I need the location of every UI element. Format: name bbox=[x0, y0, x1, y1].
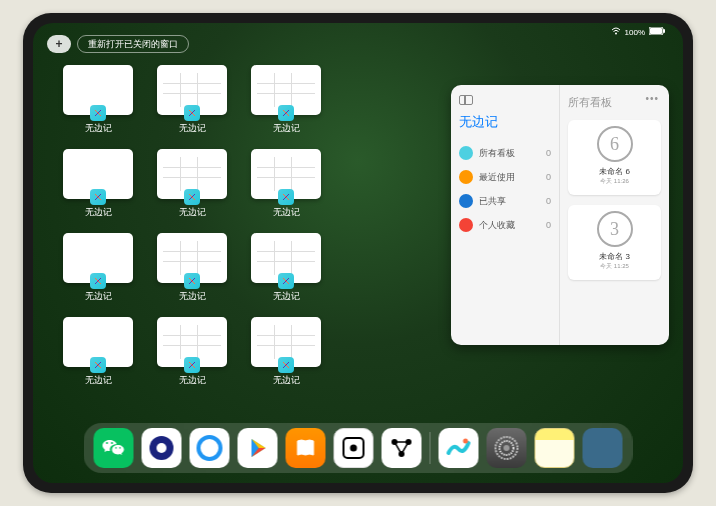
thumbnail-label: 无边记 bbox=[273, 206, 300, 219]
board-card[interactable]: 3未命名 3今天 11:25 bbox=[568, 205, 661, 280]
thumbnail-label: 无边记 bbox=[85, 122, 112, 135]
dock-app-quark[interactable] bbox=[190, 428, 230, 468]
category-icon bbox=[459, 170, 473, 184]
thumbnail-label: 无边记 bbox=[179, 206, 206, 219]
category-icon bbox=[459, 146, 473, 160]
window-thumbnail[interactable]: 无边记 bbox=[251, 233, 321, 303]
battery-text: 100% bbox=[625, 28, 645, 37]
freeform-app-icon bbox=[278, 189, 294, 205]
boards-pane: ••• 所有看板 6未命名 6今天 11:263未命名 3今天 11:25 bbox=[560, 85, 669, 345]
freeform-app-icon bbox=[90, 189, 106, 205]
category-icon bbox=[459, 218, 473, 232]
new-window-button[interactable]: + bbox=[47, 35, 71, 53]
window-thumbnail[interactable]: 无边记 bbox=[63, 317, 133, 387]
dock-app-library[interactable] bbox=[583, 428, 623, 468]
window-thumbnail[interactable]: 无边记 bbox=[63, 65, 133, 135]
svg-rect-2 bbox=[650, 28, 662, 34]
dock-separator bbox=[430, 432, 431, 464]
dock-app-play[interactable] bbox=[238, 428, 278, 468]
dock-app-books[interactable] bbox=[286, 428, 326, 468]
sidebar-item[interactable]: 已共享0 bbox=[459, 189, 551, 213]
sidebar-item-count: 0 bbox=[546, 220, 551, 230]
thumbnail-label: 无边记 bbox=[85, 290, 112, 303]
window-thumbnail[interactable]: 无边记 bbox=[157, 317, 227, 387]
wifi-icon bbox=[611, 27, 621, 37]
dock-app-quark-hd[interactable] bbox=[142, 428, 182, 468]
screen: 100% + 重新打开已关闭的窗口 无边记无边记无边记无边记无边记无边记无边记无… bbox=[33, 23, 683, 483]
dock-app-connections[interactable] bbox=[382, 428, 422, 468]
thumbnail-label: 无边记 bbox=[273, 290, 300, 303]
sidebar-item[interactable]: 个人收藏0 bbox=[459, 213, 551, 237]
window-thumbnail[interactable]: 无边记 bbox=[251, 65, 321, 135]
dock-app-wechat[interactable] bbox=[94, 428, 134, 468]
top-controls: + 重新打开已关闭的窗口 bbox=[47, 35, 189, 53]
category-icon bbox=[459, 194, 473, 208]
board-subtitle: 今天 11:25 bbox=[600, 262, 629, 271]
sidebar: 无边记 所有看板0最近使用0已共享0个人收藏0 bbox=[451, 85, 560, 345]
sidebar-item-label: 所有看板 bbox=[479, 147, 515, 160]
freeform-app-icon bbox=[184, 105, 200, 121]
freeform-app-icon bbox=[90, 357, 106, 373]
freeform-app-icon bbox=[184, 357, 200, 373]
thumbnail-label: 无边记 bbox=[179, 374, 206, 387]
dock-app-notes[interactable] bbox=[535, 428, 575, 468]
thumbnail-label: 无边记 bbox=[273, 374, 300, 387]
status-bar: 100% bbox=[611, 27, 665, 37]
thumbnail-label: 无边记 bbox=[179, 122, 206, 135]
sidebar-item-label: 最近使用 bbox=[479, 171, 515, 184]
freeform-app-icon bbox=[184, 189, 200, 205]
dock-app-dice[interactable] bbox=[334, 428, 374, 468]
ipad-frame: 100% + 重新打开已关闭的窗口 无边记无边记无边记无边记无边记无边记无边记无… bbox=[23, 13, 693, 493]
board-name: 未命名 6 bbox=[599, 166, 630, 177]
svg-rect-3 bbox=[663, 29, 665, 33]
freeform-app-icon bbox=[90, 105, 106, 121]
freeform-app-icon bbox=[278, 273, 294, 289]
sidebar-item-label: 个人收藏 bbox=[479, 219, 515, 232]
dock bbox=[84, 423, 633, 473]
more-icon[interactable]: ••• bbox=[645, 93, 659, 104]
sidebar-item-count: 0 bbox=[546, 196, 551, 206]
window-thumbnail[interactable]: 无边记 bbox=[251, 317, 321, 387]
svg-point-7 bbox=[463, 439, 468, 444]
freeform-app-icon bbox=[90, 273, 106, 289]
freeform-app-icon bbox=[278, 105, 294, 121]
sidebar-item-label: 已共享 bbox=[479, 195, 506, 208]
board-thumbnail: 6 bbox=[597, 126, 633, 162]
battery-icon bbox=[649, 27, 665, 37]
thumbnail-label: 无边记 bbox=[273, 122, 300, 135]
board-thumbnail: 3 bbox=[597, 211, 633, 247]
freeform-app-window[interactable]: 无边记 所有看板0最近使用0已共享0个人收藏0 ••• 所有看板 6未命名 6今… bbox=[451, 85, 669, 345]
thumbnail-label: 无边记 bbox=[179, 290, 206, 303]
sidebar-toggle-icon[interactable] bbox=[459, 95, 473, 105]
window-thumbnail[interactable]: 无边记 bbox=[63, 233, 133, 303]
thumbnail-label: 无边记 bbox=[85, 206, 112, 219]
board-subtitle: 今天 11:26 bbox=[600, 177, 629, 186]
sidebar-item-count: 0 bbox=[546, 172, 551, 182]
window-thumbnails-grid: 无边记无边记无边记无边记无边记无边记无边记无边记无边记无边记无边记无边记 bbox=[63, 65, 415, 387]
board-card[interactable]: 6未命名 6今天 11:26 bbox=[568, 120, 661, 195]
dock-app-settings[interactable] bbox=[487, 428, 527, 468]
dock-app-freeform[interactable] bbox=[439, 428, 479, 468]
sidebar-item[interactable]: 所有看板0 bbox=[459, 141, 551, 165]
thumbnail-label: 无边记 bbox=[85, 374, 112, 387]
window-thumbnail[interactable]: 无边记 bbox=[63, 149, 133, 219]
freeform-app-icon bbox=[184, 273, 200, 289]
window-thumbnail[interactable]: 无边记 bbox=[251, 149, 321, 219]
window-thumbnail[interactable]: 无边记 bbox=[157, 65, 227, 135]
freeform-app-icon bbox=[278, 357, 294, 373]
app-title: 无边记 bbox=[459, 113, 551, 131]
sidebar-item[interactable]: 最近使用0 bbox=[459, 165, 551, 189]
window-thumbnail[interactable]: 无边记 bbox=[157, 149, 227, 219]
svg-point-0 bbox=[615, 33, 617, 35]
board-name: 未命名 3 bbox=[599, 251, 630, 262]
reopen-closed-window-button[interactable]: 重新打开已关闭的窗口 bbox=[77, 35, 189, 53]
sidebar-item-count: 0 bbox=[546, 148, 551, 158]
sidebar-items: 所有看板0最近使用0已共享0个人收藏0 bbox=[459, 141, 551, 237]
svg-point-10 bbox=[504, 445, 510, 451]
window-thumbnail[interactable]: 无边记 bbox=[157, 233, 227, 303]
